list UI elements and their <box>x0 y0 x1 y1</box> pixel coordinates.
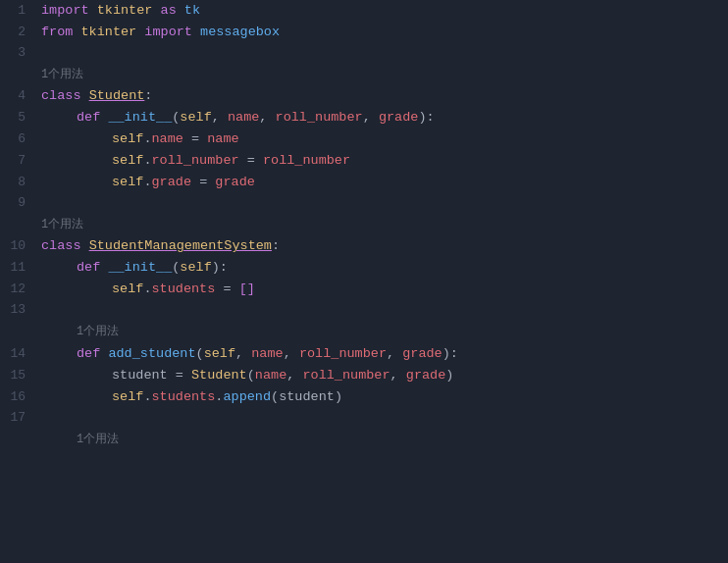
token: , <box>235 346 251 361</box>
token: ] <box>247 282 255 296</box>
token: Student <box>89 88 145 103</box>
token: from <box>41 25 73 39</box>
code-line: 4class Student: <box>0 85 728 107</box>
token: : <box>272 238 280 253</box>
token: roll_number <box>276 110 363 125</box>
line-content: self.name = name <box>37 128 728 150</box>
code-line: 12self.students = [] <box>0 279 728 300</box>
usage-hint-row: 1个用法 <box>0 215 728 235</box>
token <box>192 25 200 39</box>
line-number: 3 <box>0 43 37 64</box>
token: , <box>284 346 299 361</box>
token: student <box>279 389 335 404</box>
line-number: 2 <box>0 23 37 43</box>
token: . <box>143 131 151 146</box>
token: , <box>286 368 302 383</box>
token: ) <box>445 368 453 383</box>
token: ) <box>418 110 426 125</box>
line-number: 10 <box>0 236 37 257</box>
token: roll_number <box>299 346 387 361</box>
token: : <box>220 260 228 275</box>
token: import <box>144 25 192 39</box>
usage-hint: 1个用法 <box>37 430 119 450</box>
token: grade <box>402 346 442 361</box>
usage-hint-row: 1个用法 <box>0 322 728 342</box>
token <box>73 25 80 39</box>
token: roll_number <box>263 153 350 168</box>
token: , <box>259 110 275 125</box>
token: : <box>144 88 152 103</box>
line-number: 6 <box>0 129 37 150</box>
token: self <box>180 260 211 275</box>
line-content: student = Student(name, roll_number, gra… <box>37 365 728 386</box>
token: [ <box>239 282 247 296</box>
token: def <box>77 110 100 125</box>
token: name <box>207 131 238 146</box>
token: self <box>112 131 143 146</box>
line-number: 12 <box>0 280 37 300</box>
line-number: 17 <box>0 408 37 429</box>
token: . <box>143 282 151 296</box>
token: Student <box>191 368 247 383</box>
line-number: 1 <box>0 1 37 22</box>
line-content: self.roll_number = roll_number <box>37 150 728 172</box>
token: self <box>204 346 235 361</box>
code-line: 8self.grade = grade <box>0 172 728 193</box>
token: name <box>228 110 259 125</box>
token: : <box>427 110 435 125</box>
token: ) <box>335 389 342 404</box>
token: grade <box>406 368 446 383</box>
token: self <box>112 175 143 189</box>
code-line: 15student = Student(name, roll_number, g… <box>0 365 728 386</box>
token: __init__ <box>108 110 172 125</box>
token: messagebox <box>200 25 280 39</box>
token: grade <box>379 110 419 125</box>
token: grade <box>215 175 255 189</box>
line-content: class StudentManagementSystem: <box>37 235 728 257</box>
line-number: 15 <box>0 366 37 386</box>
token: , <box>363 110 379 125</box>
token: name <box>255 368 286 383</box>
token: append <box>223 389 271 404</box>
token: roll_number <box>302 368 390 383</box>
token: self <box>180 110 211 125</box>
token: ( <box>271 389 279 404</box>
token: , <box>387 346 402 361</box>
token: self <box>112 389 143 404</box>
line-content: import tkinter as tk <box>37 0 728 22</box>
token <box>177 3 184 18</box>
line-number: 11 <box>0 258 37 279</box>
token: students <box>152 282 216 296</box>
usage-hint: 1个用法 <box>37 65 83 85</box>
token: . <box>143 389 151 404</box>
code-line: 11def __init__(self): <box>0 257 728 279</box>
token: = <box>183 131 207 146</box>
line-number: 4 <box>0 86 37 107</box>
line-content: self.grade = grade <box>37 172 728 193</box>
token: tkinter <box>81 25 137 39</box>
token: name <box>152 131 183 146</box>
token: tkinter <box>97 3 153 18</box>
token: . <box>143 153 151 168</box>
code-line: 7self.roll_number = roll_number <box>0 150 728 172</box>
line-content: def __init__(self, name, roll_number, gr… <box>37 107 728 128</box>
usage-hint: 1个用法 <box>37 215 83 235</box>
line-content: from tkinter import messagebox <box>37 22 728 43</box>
token: StudentManagementSystem <box>89 238 272 253</box>
token: tk <box>184 3 200 18</box>
token: class <box>41 238 81 253</box>
line-number: 5 <box>0 108 37 128</box>
usage-hint-row: 1个用法 <box>0 65 728 85</box>
line-number: 9 <box>0 193 37 214</box>
token: class <box>41 88 81 103</box>
code-line: 6self.name = name <box>0 128 728 150</box>
token: grade <box>152 175 192 189</box>
usage-hint-row: 1个用法 <box>0 430 728 450</box>
token <box>81 238 89 253</box>
code-line: 13 <box>0 300 728 322</box>
token: . <box>143 175 151 189</box>
code-line: 14def add_student(self, name, roll_numbe… <box>0 343 728 365</box>
code-editor: 1import tkinter as tk2from tkinter impor… <box>0 0 728 563</box>
line-content: def add_student(self, name, roll_number,… <box>37 343 728 365</box>
token: ( <box>196 346 204 361</box>
